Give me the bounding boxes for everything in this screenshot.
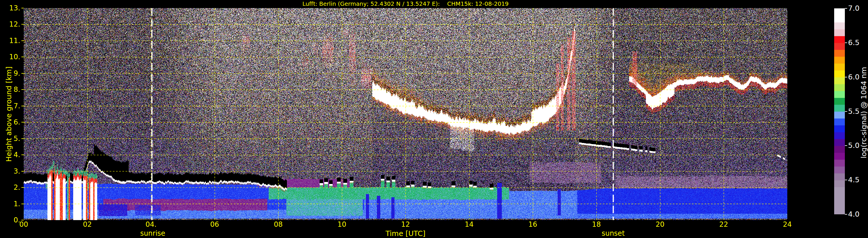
ceilometer-quicklook-figure: Lufft: Berlin (Germany; 52.4302 N / 13.5… [0, 0, 868, 238]
y-tick-label: 6. [0, 118, 20, 126]
x-tick-label: 16 [521, 220, 544, 229]
colorbar-tick-mark [845, 180, 847, 180]
colorbar-tick-mark [845, 8, 847, 9]
x-tick-label: 22 [712, 220, 735, 229]
sunset-label: sunset [590, 229, 636, 237]
y-tick-mark [22, 40, 24, 41]
y-tick-mark [22, 138, 24, 139]
colorbar-title: log(rc-signal) @ 1064 nm [860, 67, 868, 159]
y-tick-mark [22, 73, 24, 74]
colorbar-tick-mark [845, 42, 847, 43]
y-tick-label: 5. [0, 135, 20, 143]
x-tick-label: 08 [267, 220, 290, 229]
y-tick-label: 4. [0, 151, 20, 159]
x-tick-label: 20 [648, 220, 672, 229]
colorbar-tick-label: 7.0 [848, 4, 868, 12]
page-title: Lufft: Berlin (Germany; 52.4302 N / 13.5… [24, 0, 787, 7]
x-tick-label: 00 [12, 220, 35, 229]
y-tick-mark [22, 204, 24, 204]
y-tick-mark [22, 57, 24, 57]
y-tick-mark [22, 24, 24, 25]
y-tick-label: 11. [0, 37, 20, 45]
heatmap-canvas [24, 8, 787, 220]
x-tick-label: 02 [76, 220, 99, 229]
y-tick-label: 10. [0, 53, 20, 61]
y-tick-label: 2. [0, 183, 20, 192]
sunrise-label: sunrise [130, 229, 176, 237]
x-tick-label: 12 [394, 220, 417, 229]
x-axis-title: Time [UTC] [377, 229, 434, 238]
x-tick-label: 18 [585, 220, 608, 229]
y-tick-label: 7. [0, 102, 20, 110]
x-tick-label: 06 [203, 220, 226, 229]
colorbar [834, 8, 845, 214]
colorbar-tick-mark [845, 145, 847, 146]
y-tick-label: 3. [0, 167, 20, 175]
y-tick-label: 1. [0, 200, 20, 208]
y-tick-label: 9. [0, 69, 20, 77]
y-axis-title: Height above ground [km] [5, 66, 13, 162]
y-tick-mark [22, 122, 24, 123]
x-tick-label: 24 [776, 220, 799, 229]
colorbar-tick-label: 6.5 [848, 39, 868, 47]
colorbar-tick-label: 4.0 [848, 210, 868, 218]
y-tick-mark [22, 187, 24, 188]
x-tick-label: 10 [330, 220, 353, 229]
y-tick-label: 13. [0, 4, 20, 12]
y-tick-mark [22, 8, 24, 8]
colorbar-tick-mark [845, 111, 847, 112]
y-tick-label: 12. [0, 20, 20, 28]
x-tick-label: 14 [458, 220, 481, 229]
y-tick-mark [22, 155, 24, 155]
colorbar-tick-mark [845, 77, 847, 77]
y-tick-mark [22, 89, 24, 90]
x-tick-label: 04. [140, 220, 162, 229]
colorbar-tick-mark [845, 214, 847, 215]
y-tick-mark [22, 106, 24, 106]
colorbar-tick-label: 4.5 [848, 176, 868, 184]
y-tick-mark [22, 171, 24, 172]
y-tick-label: 8. [0, 86, 20, 94]
